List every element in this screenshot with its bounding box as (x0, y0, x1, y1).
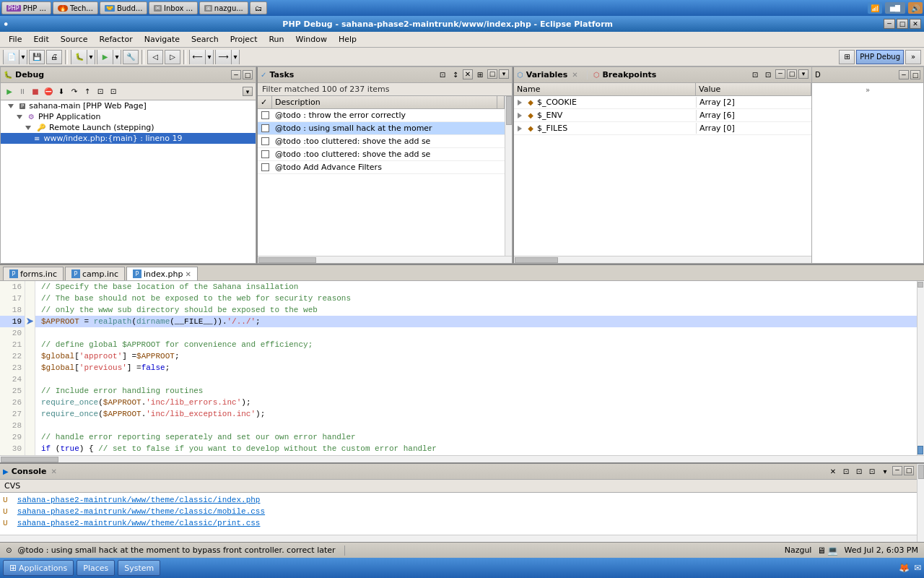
prev-edit-button[interactable]: ◁ (147, 50, 163, 64)
fwd-button[interactable]: ⟶ (216, 50, 232, 64)
debug-button[interactable]: 🐛 (71, 50, 87, 64)
tree-item-index-php[interactable]: ≡ www/index.php:{main} : lineno 19 (1, 133, 256, 144)
editor-hscrollbar[interactable] (0, 455, 924, 462)
taskbar-btn-php[interactable]: PHP PHP ... (1, 1, 51, 14)
var-row-cookie[interactable]: ◆ $_COOKIE Array [2] (514, 96, 811, 109)
extra-maximize[interactable]: □ (910, 70, 920, 79)
taskbar-btn-tech[interactable]: 🔥 Tech... (53, 1, 98, 14)
tab-forms-inc[interactable]: P forms.inc (3, 267, 64, 280)
tree-item-php-app[interactable]: ⚙ PHP Application (1, 111, 256, 122)
resume-btn[interactable]: ▶ (4, 86, 15, 98)
task-checkbox-1[interactable] (258, 124, 272, 133)
console-vscrollbar[interactable] (917, 464, 924, 542)
tree-item-remote-launch[interactable]: 🔑 Remote Launch (stepping) (1, 122, 256, 133)
editor-hscroll-thumb[interactable] (1, 457, 58, 462)
back-button[interactable]: ⟵ (190, 50, 206, 64)
vars-title[interactable]: Variables (526, 70, 568, 79)
drop-to-frame-btn[interactable]: ⊡ (95, 86, 106, 98)
menu-project[interactable]: Project (225, 33, 263, 46)
console-icon-2[interactable]: ⊡ (840, 466, 852, 478)
console-icon-4[interactable]: ⊡ (866, 466, 878, 478)
debug-view-menu[interactable]: ▾ (243, 87, 253, 96)
editor-vscroll-indicator[interactable] (918, 446, 923, 454)
console-icon-5[interactable]: ▾ (879, 466, 891, 478)
tasks-hscroll-thumb[interactable] (258, 257, 316, 263)
vars-maximize[interactable]: □ (787, 69, 797, 79)
editor-vscrollbar[interactable] (917, 281, 924, 455)
task-row[interactable]: @todo Add Advance Filters (258, 161, 505, 174)
console-hscrollbar[interactable] (0, 535, 917, 542)
debug-button-group[interactable]: 🐛 ▾ (71, 50, 95, 64)
task-checkbox-3[interactable] (258, 150, 272, 159)
task-row[interactable]: @todo :too cluttered: shove the add se (258, 148, 505, 161)
back-dropdown[interactable]: ▾ (206, 50, 213, 64)
tab-index-php[interactable]: P index.php ✕ (126, 267, 198, 280)
run-dropdown[interactable]: ▾ (113, 50, 121, 64)
task-checkbox-4[interactable] (258, 163, 272, 172)
print-button[interactable]: 🖨 (46, 50, 62, 64)
checkbox-0[interactable] (261, 111, 269, 119)
console-maximize[interactable]: □ (904, 466, 914, 475)
editor-scroll-track[interactable] (918, 288, 924, 445)
next-edit-button[interactable]: ▷ (165, 50, 180, 64)
vars-close[interactable]: ✕ (572, 71, 578, 79)
new-button-group[interactable]: 📄 ▾ (3, 50, 27, 64)
save-button[interactable]: 💾 (29, 50, 45, 64)
tab-index-close[interactable]: ✕ (186, 270, 191, 278)
places-button[interactable]: Places (77, 560, 115, 576)
terminate-btn[interactable]: ■ (30, 86, 41, 98)
php-debug-perspective[interactable]: PHP Debug (856, 50, 904, 64)
tasks-toolbar-icon-1[interactable]: ⊡ (437, 69, 448, 81)
code-area[interactable]: // Specify the base location of the Saha… (35, 281, 917, 455)
run-button[interactable]: ▶ (97, 50, 113, 64)
maximize-button[interactable]: □ (897, 19, 908, 29)
external-tools-button[interactable]: 🔧 (123, 50, 139, 64)
vars-icon-1[interactable]: ⊡ (749, 69, 761, 81)
console-title[interactable]: Console (12, 467, 47, 476)
console-link-0[interactable]: sahana-phase2-maintrunk/www/theme/classi… (17, 496, 261, 504)
taskbar-btn-buddy[interactable]: 🤝 Budd... (100, 1, 147, 14)
editor-vscroll-thumb[interactable] (918, 282, 923, 288)
step-into-btn[interactable]: ⬇ (56, 86, 67, 98)
var-row-files[interactable]: ◆ $_FILES Array [0] (514, 122, 811, 135)
tree-arrow-0[interactable] (8, 104, 14, 108)
debug-minimize-btn[interactable]: ─ (231, 70, 241, 79)
step-return-btn[interactable]: ↑ (82, 86, 93, 98)
checkbox-4[interactable] (261, 163, 269, 171)
menu-edit[interactable]: Edit (27, 33, 54, 46)
console-minimize[interactable]: ─ (892, 466, 902, 475)
task-row-selected[interactable]: @todo : using small hack at the momer (258, 122, 505, 135)
new-dropdown[interactable]: ▾ (19, 50, 27, 64)
vars-menu[interactable]: ▾ (798, 69, 808, 79)
taskbar-btn-inbox[interactable]: ✉ Inbox ... (149, 1, 198, 14)
applications-button[interactable]: ⊞ Applications (3, 560, 74, 576)
menu-file[interactable]: File (3, 33, 27, 46)
task-checkbox-0[interactable] (258, 111, 272, 120)
taskbar-btn-files[interactable]: 🗂 (250, 1, 267, 14)
vars-icon-2[interactable]: ⊡ (762, 69, 774, 81)
step-over-btn[interactable]: ↷ (69, 86, 80, 98)
perspective-button[interactable]: ⊞ (839, 50, 855, 64)
tree-arrow-2[interactable] (25, 126, 31, 130)
disconnect-btn[interactable]: ⛔ (43, 86, 54, 98)
tasks-maximize-btn[interactable]: □ (487, 69, 497, 79)
task-row[interactable]: @todo :too cluttered: shove the add se (258, 135, 505, 148)
console-icon-1[interactable]: ✕ (827, 466, 839, 478)
vars-hscrollbar[interactable] (514, 256, 811, 263)
checkbox-3[interactable] (261, 150, 269, 158)
console-close[interactable]: ✕ (51, 467, 57, 475)
var-arrow-1[interactable] (514, 113, 526, 118)
checkbox-1[interactable] (261, 124, 269, 132)
tasks-close-btn[interactable]: ✕ (463, 69, 473, 79)
var-row-env[interactable]: ◆ $_ENV Array [6] (514, 109, 811, 122)
new-button[interactable]: 📄 (4, 50, 19, 64)
console-icon-3[interactable]: ⊡ (853, 466, 865, 478)
tasks-minimize[interactable]: ⊞ (474, 69, 486, 81)
tasks-scrollbar[interactable] (505, 96, 512, 256)
console-link-1[interactable]: sahana-phase2-maintrunk/www/theme/classi… (17, 507, 265, 516)
use-step-filters-btn[interactable]: ⊡ (108, 86, 119, 98)
extra-minimize[interactable]: ─ (899, 70, 909, 79)
checkbox-2[interactable] (261, 137, 269, 145)
close-button[interactable]: ✕ (910, 19, 921, 29)
system-button[interactable]: System (118, 560, 160, 576)
